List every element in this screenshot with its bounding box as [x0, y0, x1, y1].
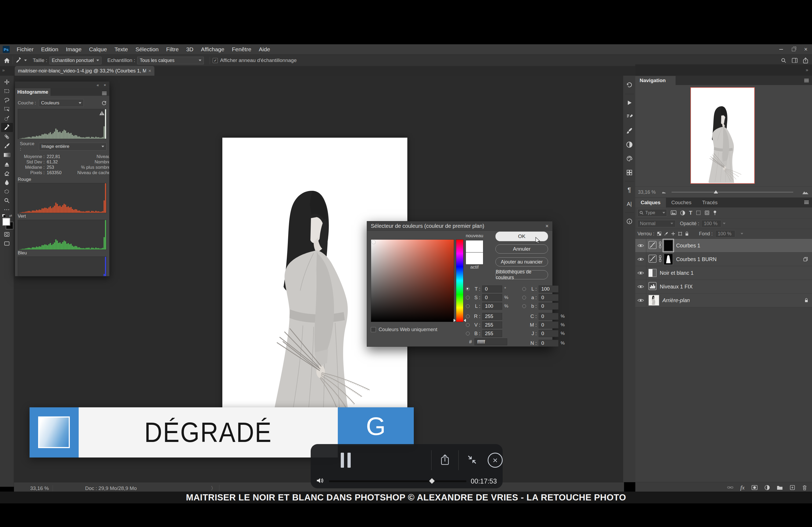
tab-close-icon[interactable]: ×	[146, 68, 151, 74]
picker-field-a[interactable]: a :0	[522, 294, 561, 301]
navigation-tab[interactable]: Navigation	[635, 76, 676, 85]
menu-3d[interactable]: 3D	[182, 46, 197, 52]
field-input[interactable]: 0	[539, 303, 559, 310]
blur-tool[interactable]	[1, 178, 13, 187]
field-radio[interactable]	[522, 287, 526, 291]
field-radio[interactable]	[522, 304, 526, 308]
quick-selection-tool[interactable]	[1, 114, 13, 123]
layer-visibility-eye-icon[interactable]	[635, 239, 646, 252]
uncached-warning-icon[interactable]	[99, 111, 105, 117]
eyedropper-options-icon[interactable]	[16, 57, 21, 63]
picker-field-v[interactable]: V :255	[466, 321, 504, 328]
screen-mode-button[interactable]	[1, 239, 13, 248]
picker-field-c[interactable]: C :0%	[522, 313, 565, 320]
adjustments-icon[interactable]	[624, 138, 635, 152]
field-input[interactable]: 100	[482, 303, 502, 310]
saturation-brightness-field[interactable]	[371, 239, 454, 322]
history-icon[interactable]	[624, 78, 635, 92]
home-icon[interactable]	[4, 58, 10, 63]
field-radio[interactable]	[466, 296, 470, 299]
picker-field-t[interactable]: T :0°	[466, 285, 506, 292]
brushes-icon[interactable]	[624, 124, 635, 138]
close-window-button[interactable]: ×	[800, 44, 812, 55]
libraries-icon[interactable]	[624, 166, 635, 180]
add-adjustment-icon[interactable]	[765, 485, 770, 490]
minimize-button[interactable]	[775, 44, 787, 55]
layer-visibility-eye-icon[interactable]	[635, 280, 646, 293]
search-icon[interactable]	[781, 58, 786, 63]
copy-badge-icon[interactable]	[803, 257, 808, 262]
video-progress-bar[interactable]	[329, 480, 466, 482]
paragraph-icon[interactable]: ¶	[624, 183, 635, 197]
picker-field-l[interactable]: L :100	[522, 285, 561, 292]
spot-healing-tool[interactable]	[1, 132, 13, 141]
lock-transparency-icon[interactable]	[657, 231, 661, 236]
navigator-preview[interactable]	[690, 87, 755, 184]
field-input[interactable]: 0	[482, 286, 502, 292]
marquee-tool[interactable]	[1, 86, 13, 95]
hue-slider[interactable]	[456, 239, 463, 322]
filter-pin-icon[interactable]	[713, 210, 717, 215]
brush-tool[interactable]	[1, 141, 13, 150]
navigator-zoom-thumb[interactable]	[714, 190, 718, 194]
lock-all-icon[interactable]	[685, 231, 689, 236]
field-input[interactable]: 0	[539, 321, 559, 328]
layer-filter-search[interactable]: Type	[637, 209, 667, 216]
field-input[interactable]: 0	[539, 294, 559, 301]
field-input[interactable]: 0	[539, 330, 559, 337]
tab-overflow-chevron-icon[interactable]: »	[2, 67, 4, 73]
tab-tracés[interactable]: Tracés	[697, 198, 723, 207]
lock-position-icon[interactable]	[671, 231, 675, 236]
color-swatches[interactable]: ⇄	[1, 215, 13, 230]
picker-field-b[interactable]: B :255	[466, 330, 504, 337]
mask-link-icon[interactable]	[659, 255, 662, 264]
menu-image[interactable]: Image	[62, 46, 85, 52]
lock-pixels-icon[interactable]	[664, 231, 668, 236]
dodge-tool[interactable]	[1, 187, 13, 196]
layer-row[interactable]: Courbes 1	[635, 239, 812, 253]
default-swatches-icon[interactable]	[2, 214, 6, 217]
web-colors-checkbox[interactable]	[371, 327, 376, 332]
info-icon[interactable]	[624, 214, 635, 228]
navigation-menu-icon[interactable]	[804, 78, 809, 83]
more-tools[interactable]: ⋯	[1, 205, 13, 214]
new-layer-icon[interactable]	[790, 485, 795, 490]
color-libraries-button[interactable]: Bibliothèques de couleurs	[495, 270, 548, 279]
filter-shape-icon[interactable]	[696, 210, 701, 215]
lock-artboard-icon[interactable]	[678, 231, 682, 236]
sampling-ring-checkbox[interactable]: ✓	[213, 58, 218, 63]
menu-edition[interactable]: Edition	[37, 46, 62, 52]
delete-layer-icon[interactable]	[802, 485, 807, 491]
status-chevron-icon[interactable]: 〉	[211, 485, 216, 492]
document-tab[interactable]: maitriser-noir-blanc_video-1-4.jpg @ 33,…	[15, 66, 155, 76]
field-radio[interactable]	[466, 315, 470, 318]
picture-in-picture-button[interactable]	[467, 454, 477, 466]
swatches-palette-icon[interactable]	[624, 152, 635, 166]
field-input[interactable]: 0	[482, 294, 502, 301]
taille-dropdown[interactable]: Echantillon ponctuel	[49, 57, 102, 64]
panel-collapse-icon[interactable]: «	[97, 82, 99, 87]
field-input[interactable]: 0	[539, 313, 559, 320]
picker-field-b[interactable]: b :0	[522, 302, 561, 310]
fill-field[interactable]: 100 %	[715, 230, 735, 238]
curves-adjustment-icon[interactable]	[649, 255, 656, 264]
workspace-icon[interactable]	[792, 58, 798, 63]
tab-calques[interactable]: Calques	[635, 198, 666, 207]
histogram-tab[interactable]: Histogramme	[15, 88, 50, 96]
eyedropper-caret-icon[interactable]	[24, 60, 27, 61]
layer-row[interactable]: Noir et blanc 1	[635, 266, 812, 280]
restore-button[interactable]	[787, 44, 800, 55]
menu-sélection[interactable]: Sélection	[132, 46, 162, 52]
menu-texte[interactable]: Texte	[111, 46, 132, 52]
zoom-tool[interactable]	[1, 196, 13, 205]
dialog-title-bar[interactable]: Sélecteur de couleurs (couleur de premie…	[367, 221, 552, 231]
menu-fichier[interactable]: Fichier	[13, 46, 37, 52]
panel-close-icon[interactable]: ×	[104, 82, 106, 87]
echantillon-dropdown[interactable]: Tous les calques	[137, 57, 204, 64]
layer-row[interactable]: Niveaux 1 FIX	[635, 280, 812, 293]
picker-field-r[interactable]: R :255	[466, 313, 504, 320]
layer-row[interactable]: Courbes 1 BURN	[635, 253, 812, 266]
layers-menu-icon[interactable]	[804, 200, 809, 205]
menu-calque[interactable]: Calque	[85, 46, 111, 52]
hue-slider-arrow-left[interactable]	[453, 319, 456, 322]
